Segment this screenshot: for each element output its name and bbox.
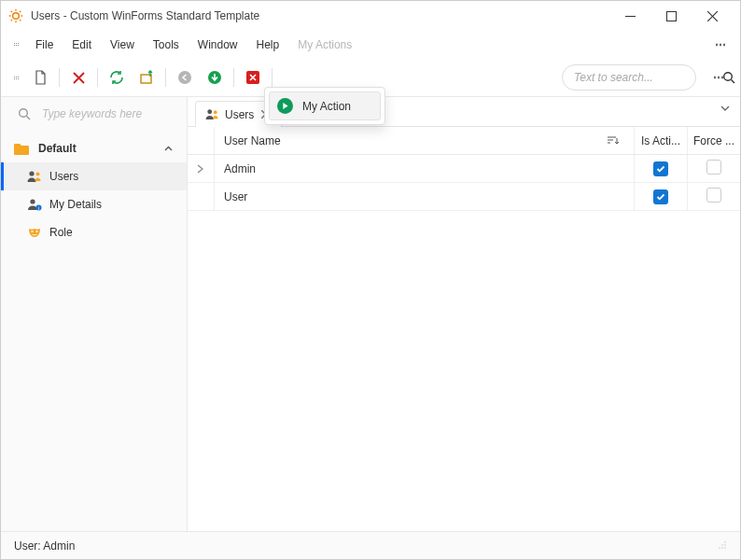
tab-label: Users (225, 108, 254, 121)
separator (233, 68, 234, 87)
menubar: File Edit View Tools Window Help My Acti… (1, 31, 740, 59)
back-button[interactable] (171, 63, 199, 91)
toolbar: My Action ⋯ (1, 59, 740, 96)
svg-line-7 (11, 20, 12, 21)
svg-point-43 (719, 547, 720, 549)
table-row[interactable]: Admin (188, 155, 740, 183)
svg-line-5 (11, 11, 12, 12)
data-grid: User Name Is Acti... Force ... Admin (188, 127, 740, 531)
sidebar-group-label: Default (38, 142, 154, 155)
titlebar: Users - Custom WinForms Standard Templat… (1, 1, 740, 31)
arrow-left-circle-icon (177, 70, 192, 85)
mask-icon (27, 226, 42, 239)
sidebar-item-label: Role (49, 226, 73, 239)
current-row-indicator-icon (188, 164, 214, 174)
svg-line-8 (20, 11, 21, 12)
column-label: Is Acti... (641, 134, 680, 147)
separator (165, 68, 166, 87)
checkbox-unchecked-icon (706, 160, 721, 175)
users-icon (205, 108, 219, 120)
chevron-up-icon (163, 144, 174, 154)
column-label: User Name (224, 134, 281, 147)
svg-point-41 (721, 544, 723, 546)
cell-force[interactable] (688, 160, 740, 177)
checkbox-unchecked-icon (706, 188, 721, 203)
sidebar-item-label: My Details (49, 198, 102, 211)
svg-point-31 (31, 231, 33, 232)
svg-point-0 (13, 13, 20, 20)
svg-point-33 (207, 109, 212, 114)
x-icon (73, 72, 85, 84)
grip-icon (14, 71, 20, 84)
search-container (562, 64, 696, 91)
menu-file[interactable]: File (27, 34, 62, 56)
sidebar-item-my-details[interactable]: i My Details (1, 190, 187, 218)
sidebar-filter-input[interactable] (40, 106, 185, 121)
svg-point-16 (178, 71, 191, 84)
svg-point-27 (36, 173, 40, 176)
close-button[interactable] (692, 2, 733, 30)
sort-indicator-icon (608, 136, 619, 146)
separator (59, 68, 60, 87)
new-button[interactable] (26, 63, 54, 91)
window-title: Users - Custom WinForms Standard Templat… (31, 9, 609, 22)
sidebar-group-default[interactable]: Default (1, 134, 187, 162)
table-row[interactable]: User (188, 183, 740, 211)
main-panel: Users User Name Is Acti... Force ... (188, 97, 740, 531)
open-icon (139, 70, 154, 85)
sidebar: Default Users i My Details Role (1, 97, 188, 531)
grid-header: User Name Is Acti... Force ... (188, 127, 740, 155)
menu-view[interactable]: View (102, 34, 143, 56)
open-button[interactable] (133, 63, 161, 91)
cell-active[interactable] (635, 161, 687, 176)
search-box[interactable] (562, 64, 696, 91)
refresh-icon (109, 70, 124, 85)
svg-point-45 (724, 547, 726, 549)
maximize-button[interactable] (650, 2, 692, 30)
sidebar-item-role[interactable]: Role (1, 218, 187, 246)
svg-rect-10 (666, 11, 676, 21)
toolbar-overflow-button[interactable]: ⋯ (704, 67, 734, 88)
menu-edit[interactable]: Edit (63, 34, 100, 56)
refresh-button[interactable] (103, 63, 131, 91)
statusbar: User: Admin (1, 531, 740, 559)
tab-overflow-button[interactable] (720, 103, 731, 117)
menu-tools[interactable]: Tools (145, 34, 188, 56)
cell-force[interactable] (688, 188, 740, 205)
menu-overflow-button[interactable]: ⋯ (706, 35, 736, 55)
cell-username: User (215, 190, 634, 203)
cell-active[interactable] (635, 189, 687, 204)
my-action-label: My Action (302, 100, 351, 113)
svg-text:i: i (38, 205, 39, 211)
column-is-active[interactable]: Is Acti... (635, 134, 687, 147)
delete-button[interactable] (64, 63, 92, 91)
column-force[interactable]: Force ... (688, 134, 740, 147)
search-icon (18, 107, 31, 120)
sidebar-item-users[interactable]: Users (1, 162, 187, 190)
download-button[interactable] (201, 63, 229, 91)
svg-point-32 (35, 231, 37, 232)
sidebar-filter[interactable] (1, 97, 187, 134)
svg-line-6 (20, 20, 21, 21)
menu-window[interactable]: Window (189, 34, 246, 56)
folder-icon (14, 142, 29, 155)
svg-marker-21 (283, 103, 287, 109)
minimize-button[interactable] (609, 2, 650, 30)
my-action-item[interactable]: My Action (269, 91, 381, 120)
close-box-icon (245, 70, 260, 85)
status-user: User: Admin (14, 539, 75, 553)
resize-grip-icon[interactable] (718, 539, 727, 553)
search-input[interactable] (572, 70, 717, 85)
svg-line-25 (27, 117, 31, 120)
svg-point-26 (29, 171, 34, 175)
column-username[interactable]: User Name (215, 134, 634, 147)
arrow-down-circle-icon (207, 70, 222, 85)
close-record-button[interactable] (239, 63, 267, 91)
checkbox-checked-icon (653, 161, 668, 176)
menu-my-actions[interactable]: My Actions (289, 34, 360, 56)
separator (97, 68, 98, 87)
menu-help[interactable]: Help (248, 34, 288, 56)
content-body: Default Users i My Details Role Users (1, 96, 740, 531)
my-actions-dropdown: My Action (264, 87, 385, 125)
column-label: Force ... (693, 134, 734, 147)
